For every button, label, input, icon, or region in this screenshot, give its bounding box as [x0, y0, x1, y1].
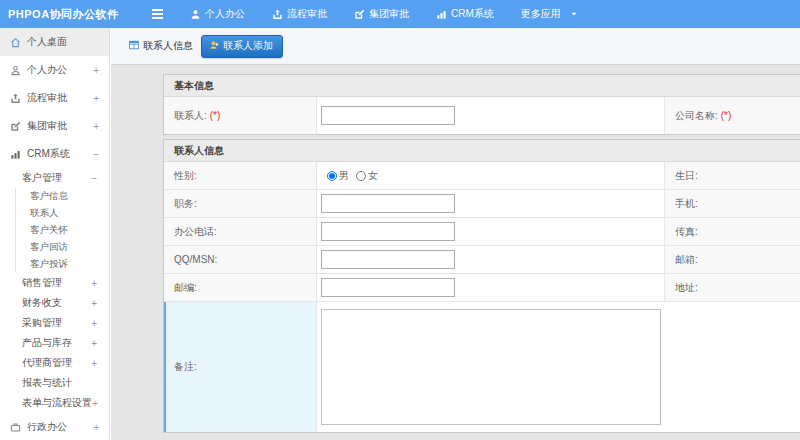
user-icon — [190, 9, 201, 20]
form-row-job-title: 职务: 手机: — [164, 190, 800, 218]
nav-crm-system[interactable]: CRM系统 — [436, 7, 494, 21]
edit-icon — [354, 9, 365, 20]
gender-label: 性别: — [164, 162, 317, 189]
sidebar-item-contacts[interactable]: 联系人 — [16, 205, 109, 222]
sidebar-item-customer-care[interactable]: 客户关怀 — [16, 222, 109, 239]
section-title-contact-info: 联系人信息 — [164, 140, 800, 162]
mobile-label: 手机: — [665, 190, 800, 217]
zip-code-input[interactable] — [321, 278, 455, 297]
nav-process-approval[interactable]: 流程审批 — [272, 7, 327, 21]
flow-approval-icon — [10, 93, 21, 104]
form-row-zip-code: 邮编: 地址: — [164, 274, 800, 302]
qq-msn-label: QQ/MSN: — [164, 246, 317, 273]
sidebar-item-customer-complaint[interactable]: 客户投诉 — [16, 256, 109, 273]
sidebar-item-form-process-settings[interactable]: 表单与流程设置 + — [0, 393, 109, 413]
app-logo: PHPOA协同办公软件 — [0, 7, 142, 22]
remark-label: 备注: — [164, 302, 317, 432]
app-header: PHPOA协同办公软件 个人办公 流程审批 集团审批 CRM系统 更多应用 — [0, 0, 800, 28]
gender-radio-group: 男 女 — [321, 169, 378, 183]
home-icon — [10, 37, 21, 48]
qq-msn-input[interactable] — [321, 250, 455, 269]
birthday-label: 生日: — [665, 162, 800, 189]
menu-toggle-icon[interactable] — [152, 9, 163, 19]
sidebar-item-customer-management[interactable]: 客户管理 − — [0, 168, 109, 188]
form-row-gender: 性别: 男 女 生日: — [164, 162, 800, 190]
office-phone-label: 办公电话: — [164, 218, 317, 245]
gender-male-radio[interactable] — [327, 171, 337, 181]
bar-chart-icon — [436, 9, 447, 20]
contact-add-form: 基本信息 联系人:(*) 公司名称:(*) 联系人信息 性别: — [163, 74, 800, 433]
customer-management-submenu: 客户信息 联系人 客户关怀 客户回访 客户投诉 — [15, 188, 109, 273]
add-contact-icon — [209, 40, 219, 52]
company-name-label: 公司名称:(*) — [665, 97, 800, 134]
remark-textarea[interactable] — [321, 309, 661, 425]
sidebar-item-sales-management[interactable]: 销售管理 + — [0, 273, 109, 293]
edit-icon — [10, 121, 21, 132]
sidebar-item-customer-info[interactable]: 客户信息 — [16, 188, 109, 205]
tab-contact-add[interactable]: 联系人添加 — [201, 35, 283, 58]
zip-code-label: 邮编: — [164, 274, 317, 301]
basic-info-section: 基本信息 联系人:(*) 公司名称:(*) — [163, 74, 800, 135]
caret-down-icon — [570, 10, 578, 18]
tab-bar: 联系人信息 联系人添加 — [111, 28, 800, 65]
sidebar-item-finance[interactable]: 财务收支 + — [0, 293, 109, 313]
sidebar-item-crm-system[interactable]: CRM系统 − — [0, 140, 109, 168]
tab-contact-info[interactable]: 联系人信息 — [129, 39, 193, 53]
form-row-contact-name: 联系人:(*) 公司名称:(*) — [164, 97, 800, 134]
contact-info-section: 联系人信息 性别: 男 女 生日: 职务: — [163, 139, 800, 433]
table-grid-icon — [129, 40, 139, 52]
form-row-office-phone: 办公电话: 传真: — [164, 218, 800, 246]
nav-group-approval[interactable]: 集团审批 — [354, 7, 409, 21]
sidebar-item-product-inventory[interactable]: 产品与库存 + — [0, 333, 109, 353]
section-title-basic-info: 基本信息 — [164, 75, 800, 97]
contact-name-label: 联系人:(*) — [164, 97, 317, 134]
flow-approval-icon — [272, 9, 283, 20]
gender-female-radio[interactable] — [356, 171, 366, 181]
required-mark: (*) — [210, 110, 221, 121]
sidebar-item-group-approval[interactable]: 集团审批 + — [0, 112, 109, 140]
sidebar-item-administration[interactable]: 行政办公 + — [0, 413, 109, 440]
nav-personal-office[interactable]: 个人办公 — [190, 7, 245, 21]
office-phone-input[interactable] — [321, 222, 455, 241]
bar-chart-icon — [10, 149, 21, 160]
address-label: 地址: — [665, 274, 800, 301]
sidebar-item-personal-office[interactable]: 个人办公 + — [0, 56, 109, 84]
email-label: 邮箱: — [665, 246, 800, 273]
form-row-qq-msn: QQ/MSN: 邮箱: — [164, 246, 800, 274]
briefcase-icon — [10, 422, 21, 433]
sidebar-item-agent-management[interactable]: 代理商管理 + — [0, 353, 109, 373]
job-title-label: 职务: — [164, 190, 317, 217]
job-title-input[interactable] — [321, 194, 455, 213]
main-content: 联系人信息 联系人添加 基本信息 联系人:(*) 公司名称:(*) — [111, 28, 800, 440]
user-icon — [10, 65, 21, 76]
nav-more-apps[interactable]: 更多应用 — [521, 7, 578, 21]
required-mark: (*) — [721, 110, 732, 121]
form-row-remark: 备注: — [164, 302, 800, 432]
sidebar-item-process-approval[interactable]: 流程审批 + — [0, 84, 109, 112]
sidebar: 个人桌面 个人办公 + 流程审批 + 集团审批 + CRM系统 − 客户管理 −… — [0, 28, 110, 440]
fax-label: 传真: — [665, 218, 800, 245]
sidebar-item-purchase-management[interactable]: 采购管理 + — [0, 313, 109, 333]
contact-name-input[interactable] — [321, 106, 455, 125]
sidebar-item-customer-revisit[interactable]: 客户回访 — [16, 239, 109, 256]
sidebar-item-personal-desktop[interactable]: 个人桌面 — [0, 28, 109, 56]
sidebar-item-reports-statistics[interactable]: 报表与统计 — [0, 373, 109, 393]
